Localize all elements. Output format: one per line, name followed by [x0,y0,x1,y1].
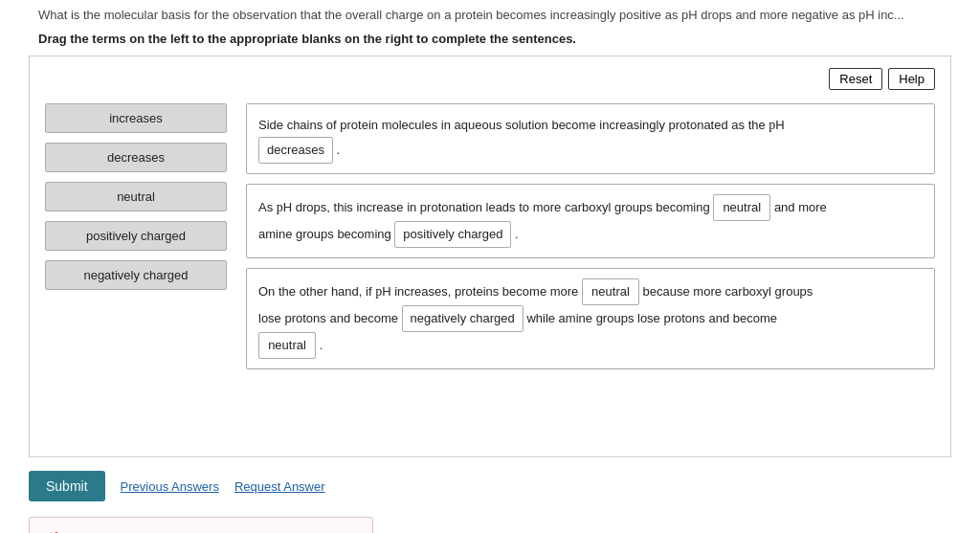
sentence2-text1: As pH drops, this increase in protonatio… [258,200,713,214]
term-neutral[interactable]: neutral [45,182,227,211]
sentence-3: On the other hand, if pH increases, prot… [246,268,935,369]
term-negatively-charged[interactable]: negatively charged [45,260,227,290]
error-icon: ✗ [45,529,59,533]
blank-neutral-3[interactable]: neutral [258,332,316,359]
content-area: increases decreases neutral positively c… [45,103,935,369]
sentence3-text3: lose protons and become [258,311,402,325]
bottom-bar: Submit Previous Answers Request Answer [0,461,980,511]
request-answer-link[interactable]: Request Answer [234,479,325,494]
sentence3-text2: because more carboxyl groups [643,284,813,299]
top-instruction: What is the molecular basis for the obse… [0,0,980,28]
previous-answers-link[interactable]: Previous Answers [121,479,219,494]
blank-neutral-1[interactable]: neutral [713,194,770,221]
blank-neutral-2[interactable]: neutral [582,278,639,305]
error-box: ✗ Incorrect; Try Again; 3 attempts remai… [29,517,373,533]
left-terms-panel: increases decreases neutral positively c… [45,103,227,369]
sentence-1: Side chains of protein molecules in aque… [246,103,935,174]
sentence2-period: . [515,227,519,241]
drag-instruction: Drag the terms on the left to the approp… [0,28,980,56]
main-container: Reset Help increases decreases neutral p… [29,56,951,457]
sentence-2: As pH drops, this increase in protonatio… [246,184,935,258]
sentence3-text4: while amine groups lose protons and beco… [526,311,777,325]
blank-positively-charged[interactable]: positively charged [394,221,511,248]
help-button[interactable]: Help [888,68,935,90]
sentence2-text3: amine groups becoming [258,227,394,241]
sentence3-text1: On the other hand, if pH increases, prot… [258,284,582,299]
sentence1-period: . [337,143,341,157]
term-positively-charged[interactable]: positively charged [45,221,227,251]
term-increases[interactable]: increases [45,103,227,133]
submit-button[interactable]: Submit [29,471,105,501]
term-decreases[interactable]: decreases [45,143,227,172]
top-buttons: Reset Help [45,68,935,90]
reset-button[interactable]: Reset [829,68,882,90]
right-sentences-panel: Side chains of protein molecules in aque… [246,103,935,369]
blank-decreases[interactable]: decreases [258,137,333,164]
blank-negatively-charged[interactable]: negatively charged [402,305,523,332]
sentence1-text-before: Side chains of protein molecules in aque… [258,118,785,132]
sentence3-period: . [320,338,323,352]
sentence2-text2: and more [774,200,827,214]
